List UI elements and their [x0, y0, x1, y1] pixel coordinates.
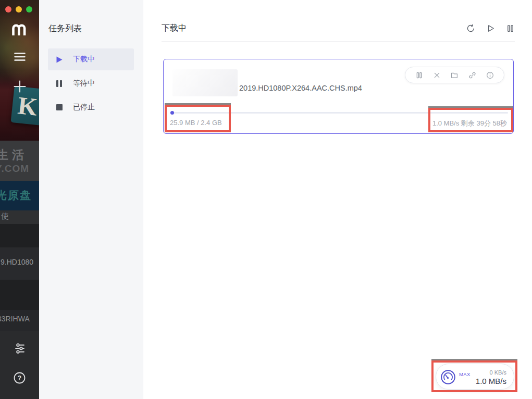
copy-link-button[interactable]	[468, 71, 476, 79]
copy-link-icon	[468, 71, 476, 79]
task-sidebar: 任务列表 下载中 等待中 已停止	[39, 0, 143, 399]
svg-text:?: ?	[18, 375, 21, 382]
pause-icon	[506, 24, 515, 33]
task-filename: 2019.HD1080P.X264.AAC.CHS.mp4	[239, 84, 362, 92]
page-title: 下载中	[162, 23, 466, 34]
background-row: 使	[0, 210, 39, 224]
background-text-fragment: 9.HD1080	[1, 258, 33, 266]
background-row: 9.HD1080	[0, 247, 39, 280]
current-speed-value: 1.0 MB/s	[476, 377, 506, 385]
task-sidebar-title: 任务列表	[48, 23, 82, 34]
close-window-button[interactable]	[5, 6, 11, 13]
nav-item-stopped[interactable]: 已停止	[48, 96, 134, 118]
nav-item-label: 等待中	[73, 79, 95, 88]
download-progress-bar	[170, 112, 508, 114]
task-speed-text: 1.0 MB/s 剩余 39分 58秒	[432, 119, 507, 128]
task-size-text: 25.9 MB / 2.4 GB	[170, 119, 222, 127]
menu-icon	[14, 52, 26, 61]
motrix-logo	[0, 22, 39, 39]
speed-limit-widget[interactable]: MAX 0 KB/s 1.0 MB/s	[436, 364, 514, 390]
background-row	[0, 224, 39, 247]
refresh-button[interactable]	[466, 24, 475, 33]
window-controls	[5, 6, 32, 13]
nav-item-downloading[interactable]: 下载中	[48, 48, 134, 70]
pause-icon	[415, 71, 423, 79]
progress-indicator	[170, 111, 174, 115]
speedometer-icon	[440, 369, 456, 385]
background-row: 生活 Y.COM	[0, 141, 39, 181]
delete-icon	[433, 71, 441, 79]
preferences-button[interactable]	[0, 342, 39, 355]
help-icon: ?	[13, 371, 27, 385]
task-action-toolbar	[405, 67, 504, 83]
task-status-nav: 下载中 等待中 已停止	[48, 48, 134, 120]
minimize-window-button[interactable]	[16, 6, 22, 13]
redacted-filename-block	[172, 69, 238, 96]
nav-item-label: 下载中	[73, 55, 95, 64]
background-text-fragment: 33RIHWA	[0, 315, 30, 323]
open-folder-button[interactable]	[450, 71, 459, 79]
refresh-icon	[466, 24, 475, 33]
header-divider	[162, 41, 515, 42]
background-text-fragment: 使	[1, 211, 9, 221]
nav-item-waiting[interactable]: 等待中	[48, 72, 134, 94]
resume-all-button[interactable]	[486, 24, 495, 33]
background-row	[0, 331, 39, 399]
speed-max-label: MAX	[459, 371, 471, 377]
add-task-button[interactable]	[0, 80, 39, 93]
nav-item-label: 已停止	[73, 103, 95, 112]
background-text-fragment: 生活	[0, 147, 28, 163]
background-row	[0, 280, 39, 310]
background-row-highlighted: 光原盘	[0, 181, 39, 210]
pause-task-button[interactable]	[415, 71, 423, 79]
stop-icon	[56, 104, 63, 111]
background-text-fragment: 光原盘	[0, 188, 32, 203]
zoom-window-button[interactable]	[26, 6, 32, 13]
main-content: 下载中	[143, 0, 532, 399]
play-icon	[486, 24, 495, 33]
task-info-button[interactable]	[486, 71, 494, 79]
app-rail: K 生活 Y.COM 光原盘 使 9.HD1080 33RIHWA	[0, 0, 39, 399]
open-folder-icon	[450, 71, 459, 79]
plus-icon	[14, 80, 26, 93]
info-icon	[486, 71, 494, 79]
speed-limit-value: 0 KB/s	[490, 369, 506, 376]
download-task-card[interactable]: 2019.HD1080P.X264.AAC.CHS.mp4	[163, 59, 514, 134]
pause-all-button[interactable]	[506, 24, 515, 33]
sliders-icon	[13, 342, 27, 355]
help-button[interactable]: ?	[0, 371, 39, 385]
play-icon	[56, 56, 63, 63]
motrix-window: K 生活 Y.COM 光原盘 使 9.HD1080 33RIHWA	[0, 0, 532, 399]
main-header: 下载中	[162, 20, 515, 36]
delete-task-button[interactable]	[433, 71, 441, 79]
header-toolbar	[466, 24, 515, 33]
background-row: 33RIHWA	[0, 310, 39, 331]
background-text-fragment: Y.COM	[0, 163, 29, 174]
task-list-menu-button[interactable]	[0, 52, 39, 61]
pause-icon	[56, 80, 63, 87]
